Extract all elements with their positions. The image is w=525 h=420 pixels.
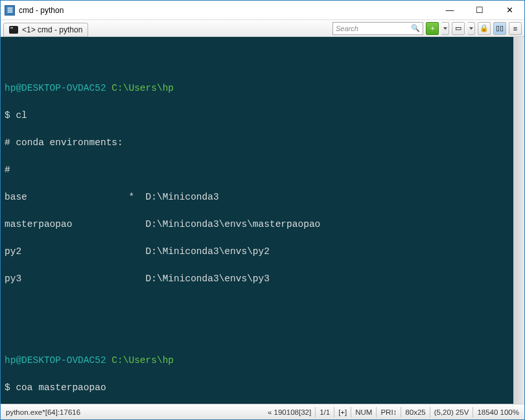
status-encoding: « 190108[32] bbox=[268, 408, 311, 416]
minimize-button[interactable]: — bbox=[435, 1, 465, 20]
line bbox=[5, 327, 520, 340]
close-button[interactable]: ✕ bbox=[495, 1, 524, 20]
line-prompt1: hp@DESKTOP-OVDAC52 C:\Users\hp bbox=[5, 82, 520, 95]
lock-button[interactable]: 🔒 bbox=[478, 22, 491, 35]
line-out2: # bbox=[5, 163, 520, 177]
split-view-button[interactable]: ▯▯ bbox=[493, 22, 506, 35]
menu-button[interactable]: ≡ bbox=[509, 22, 522, 35]
titlebar: ☰ cmd - python — ☐ ✕ bbox=[1, 1, 524, 20]
window-menu-dropdown[interactable] bbox=[467, 22, 475, 35]
line bbox=[5, 54, 520, 68]
line-prompt2: hp@DESKTOP-OVDAC52 C:\Users\hp bbox=[5, 354, 520, 368]
statusbar: python.exe*[64]:17616 « 190108[32] 1/1 [… bbox=[1, 404, 524, 420]
scrollbar-thumb[interactable] bbox=[513, 37, 524, 404]
line bbox=[5, 299, 520, 313]
line-env-py3: py3 D:\Miniconda3\envs\py3 bbox=[5, 272, 520, 286]
tab-label: <1> cmd - python bbox=[22, 25, 82, 34]
toolbar: <1> cmd - python Search 🔍 ＋ ▭ 🔒 ▯▯ ≡ bbox=[1, 20, 524, 37]
new-tab-dropdown[interactable] bbox=[441, 22, 449, 35]
search-input[interactable]: Search 🔍 bbox=[332, 22, 423, 35]
line-env-py2: py2 D:\Miniconda3\envs\py2 bbox=[5, 245, 520, 259]
status-plus: [+] bbox=[338, 408, 347, 416]
line-env-base: base * D:\Miniconda3 bbox=[5, 191, 520, 204]
search-icon: 🔍 bbox=[411, 24, 420, 32]
line-env-mp: masterpaopao D:\Miniconda3\envs\masterpa… bbox=[5, 218, 520, 231]
status-size: 80x25 bbox=[405, 408, 425, 416]
app-icon: ☰ bbox=[5, 5, 15, 16]
scrollbar[interactable] bbox=[513, 37, 524, 404]
window-title: cmd - python bbox=[19, 6, 435, 15]
tab-cmd-python[interactable]: <1> cmd - python bbox=[3, 23, 88, 37]
status-lines: 1/1 bbox=[320, 408, 330, 416]
new-tab-button[interactable]: ＋ bbox=[426, 22, 439, 35]
window-menu-button[interactable]: ▭ bbox=[452, 22, 465, 35]
terminal-icon bbox=[9, 26, 18, 34]
status-mem: 18540 100% bbox=[477, 408, 519, 416]
line-out1: # conda environments: bbox=[5, 136, 520, 150]
status-num: NUM bbox=[355, 408, 372, 416]
status-cursor: (5,20) 25V bbox=[434, 408, 469, 416]
status-process: python.exe*[64]:17616 bbox=[6, 408, 80, 416]
search-placeholder: Search bbox=[336, 25, 358, 32]
status-pri: PRI↕ bbox=[380, 408, 397, 416]
terminal-output[interactable]: hp@DESKTOP-OVDAC52 C:\Users\hp $ cl # co… bbox=[1, 37, 524, 404]
maximize-button[interactable]: ☐ bbox=[465, 1, 495, 20]
line-cmd1: $ cl bbox=[5, 109, 520, 122]
line-cmd2: $ coa masterpaopao bbox=[5, 381, 520, 395]
